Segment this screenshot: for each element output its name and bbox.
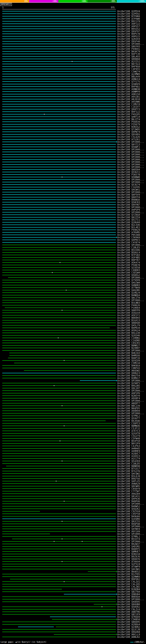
subject-label[interactable]: UniRef100_C1BLD5	[117, 462, 140, 465]
subject-label[interactable]: UniRef100_C5KB50	[117, 618, 140, 621]
hit-segment[interactable]	[2, 418, 116, 418]
hit-segment[interactable]	[6, 466, 116, 466]
subject-label[interactable]: UniRef100_A7S261	[117, 138, 140, 141]
subject-label[interactable]: UniRef100_A9NUI4	[117, 78, 140, 80]
hit-row[interactable]: UniRef100_Q4CQW2	[0, 472, 146, 475]
hit-segment[interactable]	[2, 624, 116, 624]
hit-segment[interactable]	[2, 325, 116, 326]
subject-label[interactable]: UniRef100_B8LK49	[117, 76, 140, 78]
hit-segment[interactable]	[2, 275, 116, 275]
subject-label[interactable]: UniRef100_B49G66	[117, 516, 140, 518]
hit-row[interactable]: UniRef100_Q4Q2N5	[0, 289, 146, 292]
subject-label[interactable]: UniRef100_Q6BXQ0	[117, 322, 140, 324]
subject-label[interactable]: UniRef100_Q9XFY3	[117, 108, 140, 110]
subject-label[interactable]: UniRef100_A5E1Y1	[117, 314, 140, 317]
hit-segment[interactable]	[2, 169, 116, 170]
hit-segment[interactable]	[2, 89, 116, 89]
hit-segment[interactable]	[2, 632, 116, 632]
hit-row[interactable]: UniRef100_B7S317	[0, 468, 146, 470]
subject-label[interactable]: UniRef100_A2XMW9	[117, 73, 140, 76]
hit-segment[interactable]	[2, 46, 116, 46]
hit-row[interactable]: UniRef100_UPI000...	[0, 412, 146, 415]
hit-row[interactable]: UniRef100_A5DG24	[0, 329, 146, 332]
subject-label[interactable]: UniRef100_Q00Y59	[117, 196, 140, 198]
subject-label[interactable]: UniRef100_C0NTG5	[117, 367, 140, 370]
hit-segment[interactable]	[2, 237, 116, 238]
subject-label[interactable]: UniRef100_A1CCT4	[117, 458, 140, 460]
hit-segment[interactable]	[2, 31, 116, 32]
hit-segment[interactable]	[2, 488, 116, 489]
subject-label[interactable]: UniRef100_B4PR34	[117, 327, 140, 329]
hit-segment[interactable]	[2, 81, 116, 82]
hit-row[interactable]: UniRef100_B2L5U6	[0, 224, 146, 226]
hit-row[interactable]: UniRef100_B49G66	[0, 515, 146, 518]
hit-row[interactable]: UniRef100_C95F58	[0, 513, 146, 515]
hit-segment[interactable]	[2, 360, 116, 361]
hit-row[interactable]: UniRef100_B6AE52	[0, 570, 146, 573]
hit-segment[interactable]	[2, 112, 116, 112]
subject-label[interactable]: UniRef100_Q9PW74	[117, 131, 140, 133]
hit-segment[interactable]	[2, 310, 116, 310]
hit-row[interactable]: UniRef100_A9Y109	[0, 530, 146, 533]
hit-row[interactable]: UniRef100_B4K9G9	[0, 364, 146, 367]
hit-row[interactable]: UniRef100_A7E7C3	[0, 430, 146, 432]
hit-segment[interactable]	[2, 526, 116, 526]
hit-segment[interactable]	[2, 234, 116, 235]
subject-label[interactable]: UniRef100_Q02C55	[117, 520, 140, 523]
hit-segment[interactable]	[2, 217, 116, 218]
hit-segment[interactable]	[2, 345, 116, 346]
hit-segment[interactable]	[2, 49, 116, 49]
hit-segment[interactable]	[2, 34, 116, 34]
hit-segment[interactable]	[2, 154, 116, 155]
hit-row[interactable]: UniRef100_A9UR94	[0, 410, 146, 412]
hit-row[interactable]: UniRef100_Q7Z9G0	[0, 214, 146, 216]
hit-row[interactable]: UniRef100_A3GGS9	[0, 312, 146, 314]
subject-label[interactable]: UniRef100_B2B5Y0	[117, 395, 140, 397]
hit-row[interactable]: UniRef100_B4G2B5	[0, 384, 146, 387]
subject-label[interactable]: UniRef100_Q75E09	[117, 279, 140, 282]
hit-row[interactable]: UniRef100_B9P578	[0, 33, 146, 35]
subject-label[interactable]: UniRef100_Q58CR3	[117, 201, 140, 204]
subject-label[interactable]: UniRef100_B4NKD4	[117, 294, 140, 296]
hit-row[interactable]: UniRef100_P10664	[0, 306, 146, 309]
hit-row[interactable]: UniRef100_Q6CIT0	[0, 296, 146, 299]
subject-label[interactable]: UniRef100_P10664	[117, 307, 140, 309]
hit-row[interactable]: UniRef100_A9QZ84	[0, 492, 146, 495]
hit-segment[interactable]	[2, 433, 116, 434]
subject-label[interactable]: UniRef100_Q4FLV5	[117, 480, 140, 482]
hit-segment[interactable]	[2, 368, 116, 368]
subject-label[interactable]: UniRef100_A9UR94	[117, 410, 140, 412]
hit-row[interactable]: UniRef100_Q0CWH5	[0, 485, 146, 488]
hit-segment[interactable]	[2, 288, 116, 288]
subject-label[interactable]: UniRef100_A9P1P6	[117, 392, 140, 394]
subject-label[interactable]: UniRef100_A2YI52	[117, 60, 140, 63]
hit-row[interactable]: UniRef100_P49029	[0, 229, 146, 231]
subject-label[interactable]: UniRef100_C5DPI3	[117, 422, 140, 425]
hit-segment[interactable]	[2, 36, 116, 36]
hit-row[interactable]: UniRef100_A1CCT4	[0, 457, 146, 460]
hit-segment[interactable]	[2, 338, 116, 338]
subject-label[interactable]: UniRef100_Q2GXT8	[117, 432, 140, 435]
hit-row[interactable]: UniRef100_C5M534	[0, 362, 146, 364]
hit-segment[interactable]	[2, 584, 116, 584]
subject-label[interactable]: UniRef100_B4FYJ0	[117, 53, 140, 55]
hit-segment[interactable]	[2, 501, 116, 502]
hit-segment[interactable]	[2, 262, 116, 263]
subject-label[interactable]: UniRef100_B0E6Q4	[117, 596, 140, 598]
hit-segment[interactable]	[2, 546, 116, 547]
hit-segment[interactable]	[2, 162, 116, 162]
subject-label[interactable]: UniRef100_A3F4B5	[117, 256, 140, 259]
subject-label[interactable]: UniRef100_Q9BSB4	[117, 593, 140, 596]
hit-segment[interactable]	[2, 69, 116, 69]
subject-label[interactable]: UniRef100_Q9C2H7	[117, 387, 140, 390]
subject-label[interactable]: UniRef100_A3GGS9	[117, 312, 140, 314]
hit-row[interactable]: UniRef100_C6LZL6	[0, 608, 146, 611]
hit-row[interactable]: UniRef100_Q5I7I1	[0, 219, 146, 221]
hit-row[interactable]: UniRef100_C5K9A9	[0, 236, 146, 239]
subject-label[interactable]: UniRef100_B4G2B5	[117, 385, 140, 387]
hit-segment[interactable]	[2, 599, 116, 600]
subject-label[interactable]: UniRef100_UPI000...	[117, 400, 144, 402]
hit-segment[interactable]	[2, 544, 116, 544]
subject-label[interactable]: UniRef100_Q4UJW4	[117, 282, 140, 284]
hit-row[interactable]: UniRef100_C1GEN5	[0, 339, 146, 342]
